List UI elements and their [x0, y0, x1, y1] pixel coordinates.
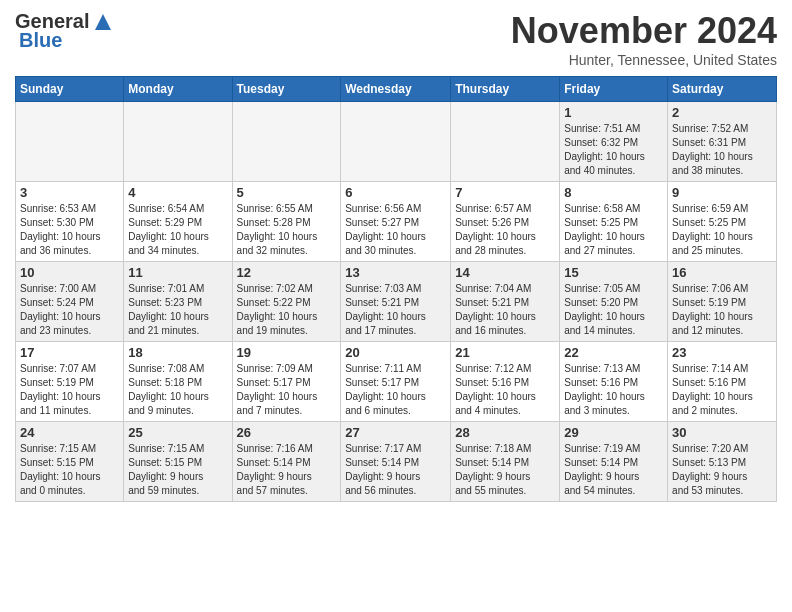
day-info: Sunrise: 7:09 AM Sunset: 5:17 PM Dayligh… [237, 362, 337, 418]
table-row: 30Sunrise: 7:20 AM Sunset: 5:13 PM Dayli… [668, 422, 777, 502]
calendar-week-row: 24Sunrise: 7:15 AM Sunset: 5:15 PM Dayli… [16, 422, 777, 502]
table-row: 23Sunrise: 7:14 AM Sunset: 5:16 PM Dayli… [668, 342, 777, 422]
svg-marker-0 [95, 14, 111, 30]
col-monday: Monday [124, 77, 232, 102]
day-number: 6 [345, 185, 446, 200]
calendar-header-row: Sunday Monday Tuesday Wednesday Thursday… [16, 77, 777, 102]
day-number: 8 [564, 185, 663, 200]
day-number: 12 [237, 265, 337, 280]
col-thursday: Thursday [451, 77, 560, 102]
day-info: Sunrise: 6:57 AM Sunset: 5:26 PM Dayligh… [455, 202, 555, 258]
table-row: 11Sunrise: 7:01 AM Sunset: 5:23 PM Dayli… [124, 262, 232, 342]
table-row: 1Sunrise: 7:51 AM Sunset: 6:32 PM Daylig… [560, 102, 668, 182]
day-info: Sunrise: 7:05 AM Sunset: 5:20 PM Dayligh… [564, 282, 663, 338]
table-row: 9Sunrise: 6:59 AM Sunset: 5:25 PM Daylig… [668, 182, 777, 262]
table-row: 24Sunrise: 7:15 AM Sunset: 5:15 PM Dayli… [16, 422, 124, 502]
calendar-week-row: 10Sunrise: 7:00 AM Sunset: 5:24 PM Dayli… [16, 262, 777, 342]
day-info: Sunrise: 7:19 AM Sunset: 5:14 PM Dayligh… [564, 442, 663, 498]
calendar-week-row: 1Sunrise: 7:51 AM Sunset: 6:32 PM Daylig… [16, 102, 777, 182]
day-number: 20 [345, 345, 446, 360]
title-section: November 2024 Hunter, Tennessee, United … [511, 10, 777, 68]
day-info: Sunrise: 7:17 AM Sunset: 5:14 PM Dayligh… [345, 442, 446, 498]
day-number: 22 [564, 345, 663, 360]
day-info: Sunrise: 7:20 AM Sunset: 5:13 PM Dayligh… [672, 442, 772, 498]
day-info: Sunrise: 6:56 AM Sunset: 5:27 PM Dayligh… [345, 202, 446, 258]
day-number: 24 [20, 425, 119, 440]
table-row: 28Sunrise: 7:18 AM Sunset: 5:14 PM Dayli… [451, 422, 560, 502]
table-row: 14Sunrise: 7:04 AM Sunset: 5:21 PM Dayli… [451, 262, 560, 342]
table-row: 17Sunrise: 7:07 AM Sunset: 5:19 PM Dayli… [16, 342, 124, 422]
day-info: Sunrise: 7:15 AM Sunset: 5:15 PM Dayligh… [128, 442, 227, 498]
location: Hunter, Tennessee, United States [511, 52, 777, 68]
day-info: Sunrise: 6:59 AM Sunset: 5:25 PM Dayligh… [672, 202, 772, 258]
table-row [124, 102, 232, 182]
logo-blue-text: Blue [19, 29, 62, 52]
calendar-table: Sunday Monday Tuesday Wednesday Thursday… [15, 76, 777, 502]
day-number: 15 [564, 265, 663, 280]
day-info: Sunrise: 7:13 AM Sunset: 5:16 PM Dayligh… [564, 362, 663, 418]
table-row: 29Sunrise: 7:19 AM Sunset: 5:14 PM Dayli… [560, 422, 668, 502]
day-info: Sunrise: 7:15 AM Sunset: 5:15 PM Dayligh… [20, 442, 119, 498]
table-row: 16Sunrise: 7:06 AM Sunset: 5:19 PM Dayli… [668, 262, 777, 342]
day-info: Sunrise: 7:11 AM Sunset: 5:17 PM Dayligh… [345, 362, 446, 418]
col-sunday: Sunday [16, 77, 124, 102]
calendar-week-row: 3Sunrise: 6:53 AM Sunset: 5:30 PM Daylig… [16, 182, 777, 262]
table-row: 18Sunrise: 7:08 AM Sunset: 5:18 PM Dayli… [124, 342, 232, 422]
col-saturday: Saturday [668, 77, 777, 102]
day-info: Sunrise: 7:18 AM Sunset: 5:14 PM Dayligh… [455, 442, 555, 498]
day-info: Sunrise: 7:14 AM Sunset: 5:16 PM Dayligh… [672, 362, 772, 418]
table-row: 20Sunrise: 7:11 AM Sunset: 5:17 PM Dayli… [341, 342, 451, 422]
day-number: 9 [672, 185, 772, 200]
table-row: 25Sunrise: 7:15 AM Sunset: 5:15 PM Dayli… [124, 422, 232, 502]
day-number: 17 [20, 345, 119, 360]
day-info: Sunrise: 7:06 AM Sunset: 5:19 PM Dayligh… [672, 282, 772, 338]
day-info: Sunrise: 7:12 AM Sunset: 5:16 PM Dayligh… [455, 362, 555, 418]
table-row: 8Sunrise: 6:58 AM Sunset: 5:25 PM Daylig… [560, 182, 668, 262]
day-number: 11 [128, 265, 227, 280]
table-row [341, 102, 451, 182]
col-tuesday: Tuesday [232, 77, 341, 102]
day-number: 16 [672, 265, 772, 280]
day-number: 14 [455, 265, 555, 280]
table-row: 5Sunrise: 6:55 AM Sunset: 5:28 PM Daylig… [232, 182, 341, 262]
day-info: Sunrise: 7:16 AM Sunset: 5:14 PM Dayligh… [237, 442, 337, 498]
day-info: Sunrise: 7:52 AM Sunset: 6:31 PM Dayligh… [672, 122, 772, 178]
month-title: November 2024 [511, 10, 777, 52]
table-row: 6Sunrise: 6:56 AM Sunset: 5:27 PM Daylig… [341, 182, 451, 262]
table-row [232, 102, 341, 182]
day-number: 27 [345, 425, 446, 440]
table-row: 19Sunrise: 7:09 AM Sunset: 5:17 PM Dayli… [232, 342, 341, 422]
table-row: 3Sunrise: 6:53 AM Sunset: 5:30 PM Daylig… [16, 182, 124, 262]
day-number: 21 [455, 345, 555, 360]
table-row: 7Sunrise: 6:57 AM Sunset: 5:26 PM Daylig… [451, 182, 560, 262]
table-row: 2Sunrise: 7:52 AM Sunset: 6:31 PM Daylig… [668, 102, 777, 182]
day-number: 29 [564, 425, 663, 440]
day-info: Sunrise: 7:00 AM Sunset: 5:24 PM Dayligh… [20, 282, 119, 338]
day-info: Sunrise: 7:51 AM Sunset: 6:32 PM Dayligh… [564, 122, 663, 178]
day-number: 4 [128, 185, 227, 200]
day-number: 23 [672, 345, 772, 360]
logo: General Blue [15, 10, 113, 52]
table-row: 22Sunrise: 7:13 AM Sunset: 5:16 PM Dayli… [560, 342, 668, 422]
day-info: Sunrise: 6:58 AM Sunset: 5:25 PM Dayligh… [564, 202, 663, 258]
day-number: 13 [345, 265, 446, 280]
calendar-page: General Blue November 2024 Hunter, Tenne… [0, 0, 792, 612]
table-row: 27Sunrise: 7:17 AM Sunset: 5:14 PM Dayli… [341, 422, 451, 502]
day-number: 25 [128, 425, 227, 440]
day-info: Sunrise: 7:07 AM Sunset: 5:19 PM Dayligh… [20, 362, 119, 418]
day-info: Sunrise: 7:08 AM Sunset: 5:18 PM Dayligh… [128, 362, 227, 418]
table-row: 4Sunrise: 6:54 AM Sunset: 5:29 PM Daylig… [124, 182, 232, 262]
day-number: 7 [455, 185, 555, 200]
table-row: 12Sunrise: 7:02 AM Sunset: 5:22 PM Dayli… [232, 262, 341, 342]
day-number: 18 [128, 345, 227, 360]
day-number: 5 [237, 185, 337, 200]
col-friday: Friday [560, 77, 668, 102]
table-row [451, 102, 560, 182]
day-number: 10 [20, 265, 119, 280]
day-number: 28 [455, 425, 555, 440]
day-number: 26 [237, 425, 337, 440]
day-info: Sunrise: 7:04 AM Sunset: 5:21 PM Dayligh… [455, 282, 555, 338]
day-number: 19 [237, 345, 337, 360]
day-number: 2 [672, 105, 772, 120]
day-info: Sunrise: 7:02 AM Sunset: 5:22 PM Dayligh… [237, 282, 337, 338]
